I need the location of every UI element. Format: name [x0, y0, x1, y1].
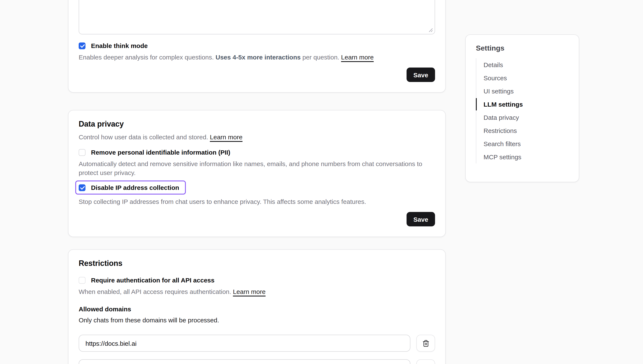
sidebar-item-details[interactable]: Details	[476, 58, 569, 71]
auth-checkbox[interactable]	[79, 277, 86, 284]
delete-domain-2-button[interactable]	[416, 359, 435, 364]
sidebar-item-restrictions[interactable]: Restrictions	[476, 124, 569, 137]
pii-description: Automatically detect and remove sensitiv…	[79, 159, 435, 177]
think-mode-desc-prefix: Enables deeper analysis for complex ques…	[79, 54, 216, 61]
llm-card-actions: Save	[79, 68, 435, 82]
data-privacy-card: Data privacy Control how user data is co…	[68, 110, 446, 237]
pii-label: Remove personal identifiable information…	[91, 149, 230, 156]
prompt-textarea[interactable]	[79, 0, 435, 34]
settings-nav-title: Settings	[476, 44, 569, 53]
sidebar-item-llm-settings[interactable]: LLM settings	[476, 98, 569, 111]
ip-description: Stop collecting IP addresses from chat u…	[79, 197, 435, 206]
data-privacy-subtitle-text: Control how user data is collected and s…	[79, 133, 210, 140]
auth-row: Require authentication for all API acces…	[79, 276, 435, 284]
auth-learn-more-link[interactable]: Learn more	[233, 288, 265, 295]
privacy-card-actions: Save	[79, 212, 435, 226]
data-privacy-learn-more-link[interactable]: Learn more	[210, 133, 242, 140]
resize-handle-icon[interactable]	[428, 28, 433, 32]
think-mode-row: Enable think mode	[79, 42, 435, 49]
domain-input-2[interactable]	[79, 359, 410, 364]
ip-checkbox[interactable]	[79, 184, 86, 191]
sidebar-item-mcp-settings[interactable]: MCP settings	[476, 150, 569, 164]
delete-domain-1-button[interactable]	[416, 335, 435, 352]
domain-row	[79, 335, 435, 352]
prompt-textarea-wrap	[79, 0, 435, 34]
settings-page: Enable think mode Enables deeper analysi…	[0, 0, 643, 364]
data-privacy-title: Data privacy	[79, 120, 435, 129]
sidebar-item-sources[interactable]: Sources	[476, 71, 569, 84]
allowed-domains-title: Allowed domains	[79, 306, 435, 312]
restrictions-card: Restrictions Require authentication for …	[68, 249, 446, 364]
llm-save-button[interactable]: Save	[406, 68, 435, 82]
auth-label: Require authentication for all API acces…	[91, 276, 215, 284]
think-mode-desc-suffix: per question.	[301, 54, 341, 61]
ip-highlight-box: Disable IP address collection	[75, 180, 186, 194]
domain-row	[79, 359, 435, 364]
think-mode-desc-bold: Uses 4-5x more interactions	[216, 54, 301, 61]
think-mode-description: Enables deeper analysis for complex ques…	[79, 53, 435, 62]
pii-checkbox[interactable]	[79, 149, 86, 156]
think-mode-checkbox[interactable]	[79, 42, 86, 49]
sidebar-item-data-privacy[interactable]: Data privacy	[476, 111, 569, 124]
llm-settings-card: Enable think mode Enables deeper analysi…	[68, 0, 446, 92]
allowed-domains-description: Only chats from these domains will be pr…	[79, 316, 435, 324]
settings-nav-card: Settings Details Sources UI settings LLM…	[465, 34, 579, 182]
ip-label: Disable IP address collection	[91, 184, 179, 191]
think-mode-learn-more-link[interactable]: Learn more	[341, 54, 374, 61]
data-privacy-subtitle: Control how user data is collected and s…	[79, 132, 435, 142]
sidebar-item-search-filters[interactable]: Search filters	[476, 137, 569, 150]
domain-input-1[interactable]	[79, 335, 410, 352]
auth-desc-text: When enabled, all API access requires au…	[79, 288, 233, 295]
pii-row: Remove personal identifiable information…	[79, 149, 435, 156]
privacy-save-button[interactable]: Save	[406, 212, 435, 226]
trash-icon	[422, 340, 429, 347]
auth-description: When enabled, all API access requires au…	[79, 287, 435, 296]
restrictions-title: Restrictions	[79, 259, 435, 268]
sidebar-item-ui-settings[interactable]: UI settings	[476, 84, 569, 98]
settings-nav-list: Details Sources UI settings LLM settings…	[476, 58, 569, 164]
think-mode-label: Enable think mode	[91, 42, 148, 49]
